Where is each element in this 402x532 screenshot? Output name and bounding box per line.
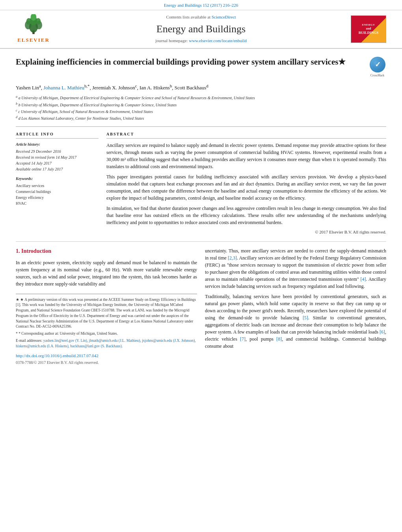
- crossmark: ✓ CrossMark: [368, 57, 386, 78]
- issn-line: 0378-7788/© 2017 Elsevier B.V. All right…: [16, 360, 197, 366]
- intro-right-para-2: Traditionally, balancing services have b…: [205, 293, 386, 350]
- accepted-date: Accepted 14 July 2017: [16, 161, 99, 166]
- journal-logo-right: ENERGY and BUILDINGS: [351, 15, 386, 43]
- article-info-abstract: ARTICLE INFO Article history: Received 2…: [16, 126, 386, 235]
- logo-text-and: and: [366, 27, 371, 31]
- sciencedirect-link[interactable]: ScienceDirect: [212, 15, 236, 19]
- affiliation-c: c c University of Michigan, School of Na…: [16, 108, 386, 115]
- star-footnote: ★ ★ A preliminary version of this work w…: [16, 297, 197, 330]
- intro-right-para-1: uncertainty. Thus, more ancillary servic…: [205, 247, 386, 290]
- journal-reference: Energy and Buildings 152 (2017) 216–226: [164, 3, 238, 7]
- footnote-area: ★ ★ A preliminary version of this work w…: [16, 294, 197, 366]
- doi-line[interactable]: http://dx.doi.org/10.1016/j.enbuild.2017…: [16, 353, 197, 359]
- affiliation-d: d d Los Alamos National Laboratory, Cent…: [16, 115, 386, 121]
- keyword-1: Ancillary services: [16, 183, 99, 189]
- intro-right-column: uncertainty. Thus, more ancillary servic…: [205, 247, 386, 366]
- journal-title-center: Contents lists available at ScienceDirec…: [51, 14, 351, 44]
- homepage-link[interactable]: www.elsevier.com/locate/enbuild: [189, 38, 247, 43]
- keywords-title: Keywords:: [16, 176, 99, 182]
- keyword-2: Commercial buildings: [16, 189, 99, 195]
- keywords-section: Keywords: Ancillary services Commercial …: [16, 176, 99, 206]
- author-johnson: Jeremiah X. Johnson: [92, 85, 135, 91]
- abstract-text: Ancillary services are required to balan…: [106, 142, 386, 226]
- copyright-line: © 2017 Elsevier B.V. All rights reserved…: [106, 229, 386, 235]
- abstract-para-1: Ancillary services are required to balan…: [106, 142, 386, 170]
- author-hiskens: Ian A. Hiskens: [140, 85, 170, 91]
- authors: Yashen Lina, Johanna L. Mathieub,*, Jere…: [16, 83, 386, 92]
- intro-section-title: 1. Introduction: [16, 247, 197, 255]
- corresponding-footnote: * * Corresponding author at: University …: [16, 331, 197, 337]
- article-title-text: Explaining inefficiencies in commercial …: [16, 57, 363, 70]
- logo-text-buildings: BUILDINGS: [359, 31, 379, 35]
- journal-homepage: journal homepage: www.elsevier.com/locat…: [51, 38, 351, 44]
- article-history: Article history: Received 29 December 20…: [16, 142, 99, 172]
- elsevier-logo: ELSEVIER: [16, 14, 51, 44]
- article-info-header: ARTICLE INFO: [16, 132, 99, 139]
- intro-left-column: 1. Introduction In an electric power sys…: [16, 247, 197, 366]
- abstract-header: ABSTRACT: [106, 132, 386, 139]
- revised-date: Received in revised form 14 May 2017: [16, 155, 99, 160]
- author-backhaus: Scott Backhaus: [175, 85, 207, 91]
- intro-left-text: In an electric power system, electricity…: [16, 259, 197, 287]
- affiliations: a a University of Michigan, Department o…: [16, 95, 386, 121]
- article-info-column: ARTICLE INFO Article history: Received 2…: [16, 132, 99, 235]
- svg-text:✓: ✓: [374, 61, 380, 69]
- section-divider: [16, 241, 386, 242]
- online-date: Available online 17 July 2017: [16, 167, 99, 172]
- svg-point-5: [26, 18, 32, 25]
- contents-line: Contents lists available at ScienceDirec…: [51, 14, 351, 20]
- elsevier-tree-icon: [20, 14, 47, 36]
- author-mathieu: Johanna L. Mathieu: [43, 85, 84, 91]
- crossmark-label: CrossMark: [370, 73, 385, 78]
- author-yashen: Yashen Lin: [16, 85, 39, 91]
- received-date: Received 29 December 2016: [16, 149, 99, 154]
- article-body: Explaining inefficiencies in commercial …: [0, 49, 402, 374]
- intro-left-para-1: In an electric power system, electricity…: [16, 259, 197, 287]
- journal-reference-bar: Energy and Buildings 152 (2017) 216–226: [0, 0, 402, 10]
- keyword-4: HVAC: [16, 201, 99, 206]
- journal-name: Energy and Buildings: [51, 22, 351, 36]
- intro-right-text: uncertainty. Thus, more ancillary servic…: [205, 247, 386, 350]
- elsevier-label: ELSEVIER: [17, 37, 50, 44]
- page: Energy and Buildings 152 (2017) 216–226 …: [0, 0, 402, 532]
- journal-header: ELSEVIER Contents lists available at Sci…: [0, 10, 402, 48]
- article-title: Explaining inefficiencies in commercial …: [16, 57, 363, 67]
- history-title: Article history:: [16, 142, 99, 147]
- abstract-para-2: This paper investigates potential causes…: [106, 173, 386, 202]
- abstract-column: ABSTRACT Ancillary services are required…: [106, 132, 386, 235]
- abstract-para-3: In simulation, we find that shorter dura…: [106, 205, 386, 226]
- svg-point-6: [36, 18, 41, 25]
- crossmark-icon: ✓: [370, 57, 385, 72]
- affiliation-a: a a University of Michigan, Department o…: [16, 95, 386, 101]
- keyword-3: Energy efficiency: [16, 195, 99, 200]
- affiliation-b: b b University of Michigan, Department o…: [16, 102, 386, 108]
- email-footnote: E-mail addresses: yashen.lin@nrel.gov (Y…: [16, 338, 197, 349]
- introduction-section: 1. Introduction In an electric power sys…: [16, 247, 386, 366]
- email-list[interactable]: yashen.lin@nrel.gov (Y. Lin), jlmath@umi…: [16, 339, 196, 348]
- article-title-section: Explaining inefficiencies in commercial …: [16, 57, 386, 78]
